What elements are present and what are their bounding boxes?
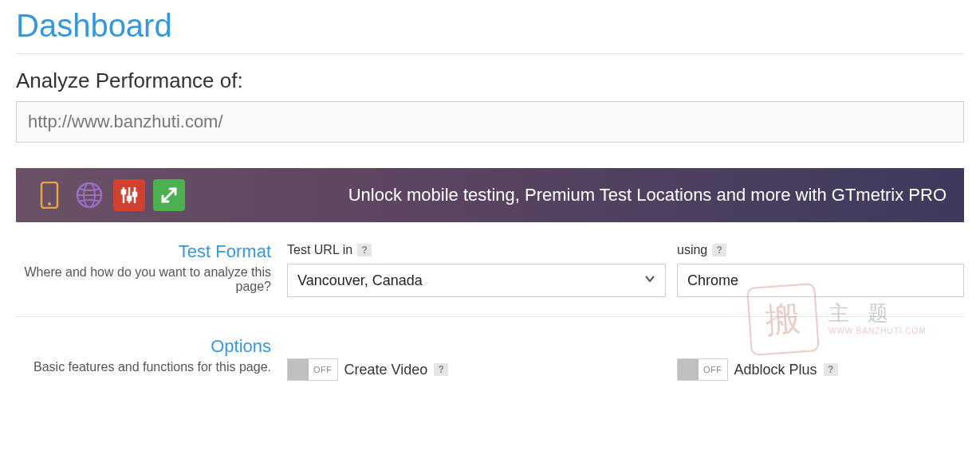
- promo-icons: [33, 179, 185, 211]
- svg-rect-9: [128, 197, 131, 200]
- help-icon[interactable]: ?: [357, 244, 372, 256]
- help-icon[interactable]: ?: [712, 244, 726, 256]
- toggle-knob: [678, 359, 699, 380]
- adblock-label: Adblock Plus: [734, 362, 817, 378]
- help-icon[interactable]: ?: [434, 363, 448, 376]
- toggle-state: OFF: [309, 365, 337, 374]
- svg-line-11: [163, 189, 175, 202]
- options-title: Options: [16, 336, 271, 357]
- analyze-section-label: Analyze Performance of:: [16, 69, 964, 93]
- create-video-label: Create Video: [344, 362, 428, 378]
- options-row: Options Basic features and functions for…: [16, 317, 964, 400]
- chevron-down-icon: [635, 273, 665, 288]
- browser-select-value: Chrome: [678, 272, 748, 289]
- title-divider: [16, 53, 964, 54]
- location-select-value: Vancouver, Canada: [288, 272, 432, 289]
- promo-text: Unlock mobile testing, Premium Test Loca…: [348, 185, 947, 206]
- adblock-toggle[interactable]: OFF: [677, 358, 728, 381]
- location-select[interactable]: Vancouver, Canada: [287, 264, 666, 297]
- mobile-icon: [33, 179, 65, 211]
- sliders-icon: [113, 179, 145, 211]
- promo-banner[interactable]: Unlock mobile testing, Premium Test Loca…: [16, 168, 964, 222]
- browser-label: using: [677, 243, 707, 257]
- toggle-knob: [288, 359, 309, 380]
- test-format-desc: Where and how do you want to analyze thi…: [16, 265, 271, 294]
- help-icon[interactable]: ?: [824, 363, 838, 376]
- test-format-title: Test Format: [16, 241, 271, 262]
- expand-icon: [153, 179, 185, 211]
- location-label: Test URL in: [287, 243, 352, 257]
- svg-rect-10: [133, 193, 136, 196]
- page-title: Dashboard: [16, 8, 964, 44]
- globe-icon: [73, 179, 105, 211]
- svg-point-1: [48, 202, 51, 206]
- create-video-toggle[interactable]: OFF: [287, 358, 338, 381]
- test-format-row: Test Format Where and how do you want to…: [16, 222, 964, 317]
- url-input[interactable]: [16, 101, 964, 143]
- browser-select[interactable]: Chrome: [677, 264, 964, 297]
- options-desc: Basic features and functions for this pa…: [16, 360, 271, 374]
- toggle-state: OFF: [699, 365, 727, 374]
- svg-rect-8: [122, 190, 125, 194]
